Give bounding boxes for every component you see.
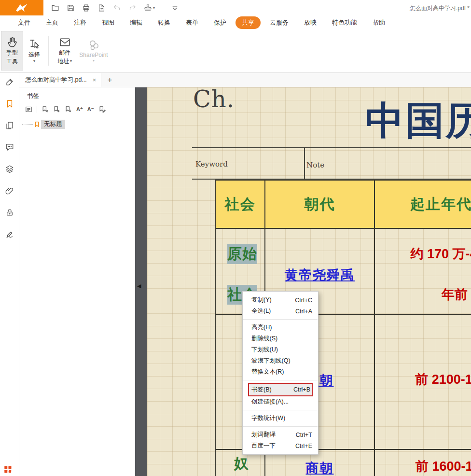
table-cell-period-3: 前 1600-1100: [375, 450, 471, 476]
dynasty-link[interactable]: 黄帝尧舜禹: [265, 266, 374, 284]
comments-panel-icon[interactable]: [5, 143, 14, 152]
tab-comment[interactable]: 注释: [68, 16, 93, 29]
main-area: 怎么面对高中学习.pd... × + 书签: [0, 73, 471, 476]
collapse-toolbar-icon[interactable]: [171, 4, 179, 12]
layers-panel-icon[interactable]: [5, 165, 14, 173]
document-column: 怎么面对高中学习.pd... × + 书签: [19, 73, 471, 476]
tab-help[interactable]: 帮助: [366, 16, 391, 29]
open-file-icon[interactable]: [51, 4, 59, 12]
select-tool-button[interactable]: 选择 ▾: [23, 31, 45, 70]
stamp-dropdown-caret: ▾: [153, 6, 155, 10]
dynasty-link[interactable]: 商朝: [265, 460, 374, 476]
security-panel-icon[interactable]: [5, 208, 14, 217]
menu-item-strikeout[interactable]: 删除线(S): [243, 333, 318, 344]
bookmark-panel-toolbar: A⁺ A⁻: [19, 105, 135, 118]
bookmark-rename-icon[interactable]: [98, 106, 106, 113]
tab-view[interactable]: 视图: [96, 16, 121, 29]
content-row: 书签 A⁺ A⁻: [19, 87, 471, 476]
shortcut-label: Ctrl+B: [293, 386, 310, 393]
bookmarks-panel-icon[interactable]: [5, 99, 14, 108]
shortcut-label: Ctrl+A: [295, 308, 312, 315]
chapter-label: Ch.: [193, 87, 235, 112]
menu-item-baidu-search[interactable]: 百度一下 Ctrl+E: [243, 440, 318, 451]
quick-access-toolbar: ▾: [51, 4, 179, 12]
font-decrease-icon[interactable]: A⁻: [87, 106, 94, 113]
tab-edit[interactable]: 编辑: [124, 16, 149, 29]
shortcut-label: Ctrl+T: [296, 432, 312, 438]
bookmark-demote-icon[interactable]: [65, 106, 72, 113]
redo-icon[interactable]: [128, 4, 137, 12]
bookmark-panel: 书签 A⁺ A⁻: [19, 87, 135, 476]
panel-collapse-icon[interactable]: ◀: [137, 283, 141, 289]
widgets-grid-icon[interactable]: [3, 465, 12, 474]
select-dropdown-caret: ▾: [33, 59, 35, 63]
pages-panel-icon[interactable]: [5, 121, 14, 130]
tab-protect[interactable]: 保护: [208, 16, 233, 29]
tab-close-icon[interactable]: ×: [93, 76, 97, 84]
mail-address-button[interactable]: 邮件 地址 ▾: [52, 31, 78, 70]
menu-separator: [243, 380, 318, 380]
tab-cloud[interactable]: 云服务: [263, 16, 295, 29]
panel-toolbar-separator: [37, 106, 37, 113]
brand-bird-icon: [15, 3, 28, 13]
note-column-label: Note: [306, 161, 324, 169]
document-tab[interactable]: 怎么面对高中学习.pd... ×: [19, 73, 101, 87]
menu-item-squiggly[interactable]: 波浪下划线(Q): [243, 355, 318, 366]
tab-features[interactable]: 特色功能: [326, 16, 363, 29]
bookmark-tree: 无标题: [19, 118, 135, 131]
table-cell-period-1: 约 170 万-4000 年前: [375, 229, 471, 315]
bookmark-panel-title: 书签: [19, 90, 135, 105]
new-tab-button[interactable]: +: [107, 75, 112, 85]
hand-icon: [6, 36, 18, 48]
table-header-dynasty: 朝代: [265, 181, 375, 229]
signature-panel-icon[interactable]: [5, 230, 14, 238]
menu-item-copy[interactable]: 复制(Y) Ctrl+C: [243, 294, 318, 306]
menu-item-bookmark[interactable]: 书签(B) Ctrl+B: [248, 383, 313, 396]
stamp-tool-icon[interactable]: ▾: [144, 4, 155, 12]
hand-tool-button[interactable]: 手型 工具: [1, 31, 23, 70]
cornell-top-line: [192, 147, 471, 148]
mail-dropdown-caret: ▾: [70, 59, 72, 63]
undo-icon[interactable]: [113, 4, 121, 12]
ribbon-separator: [48, 36, 49, 66]
export-page-icon[interactable]: [97, 4, 106, 12]
font-increase-icon[interactable]: A⁺: [76, 106, 83, 113]
bookmark-item[interactable]: 无标题: [22, 120, 132, 129]
attachments-panel-icon[interactable]: [5, 186, 14, 195]
tab-home[interactable]: 主页: [40, 16, 65, 29]
bookmark-delete-icon[interactable]: [42, 106, 49, 113]
pencil-tool-icon[interactable]: [5, 78, 14, 86]
tab-share[interactable]: 共享: [236, 16, 261, 29]
menu-item-highlight[interactable]: 高亮(H): [243, 322, 318, 333]
menu-item-underline[interactable]: 下划线(U): [243, 344, 318, 355]
select-cursor-icon: [28, 38, 41, 50]
sharepoint-label: SharePoint: [79, 52, 108, 58]
menu-separator: [243, 319, 318, 320]
bookmark-item-icon: [34, 121, 40, 127]
hand-tool-label-2: 工具: [6, 57, 18, 66]
window-document-title: 怎么面对高中学习.pdf *: [410, 4, 470, 13]
sharepoint-dropdown-caret: ▾: [93, 59, 95, 63]
menu-item-replace-text[interactable]: 替换文本(R): [243, 366, 318, 378]
sharepoint-button[interactable]: SharePoint ▾: [78, 31, 110, 70]
menu-item-create-link[interactable]: 创建链接(A)...: [243, 396, 318, 407]
tab-file[interactable]: 文件: [12, 16, 37, 29]
menu-item-select-all[interactable]: 全选(L) Ctrl+A: [243, 306, 318, 317]
shortcut-label: Ctrl+C: [295, 297, 312, 304]
panel-options-icon[interactable]: [25, 106, 32, 113]
menu-item-translate[interactable]: 划词翻译 Ctrl+T: [243, 429, 318, 440]
tab-present[interactable]: 放映: [298, 16, 323, 29]
menu-item-word-count[interactable]: 字数统计(W): [243, 413, 318, 424]
sharepoint-icon: [88, 39, 100, 51]
save-icon[interactable]: [67, 4, 75, 12]
print-icon[interactable]: [82, 4, 90, 12]
hand-tool-label-1: 手型: [6, 49, 18, 57]
document-tab-bar: 怎么面对高中学习.pd... × +: [19, 73, 471, 87]
tab-form[interactable]: 表单: [180, 16, 205, 29]
tab-convert[interactable]: 转换: [152, 16, 177, 29]
bookmark-add-icon[interactable]: [53, 106, 60, 113]
app-logo[interactable]: [0, 0, 43, 15]
context-menu: 复制(Y) Ctrl+C 全选(L) Ctrl+A 高亮(H) 删除线(S): [242, 291, 319, 455]
bookmark-item-label: 无标题: [41, 120, 65, 129]
period-text-a: 约 170 万-4000: [375, 245, 471, 263]
